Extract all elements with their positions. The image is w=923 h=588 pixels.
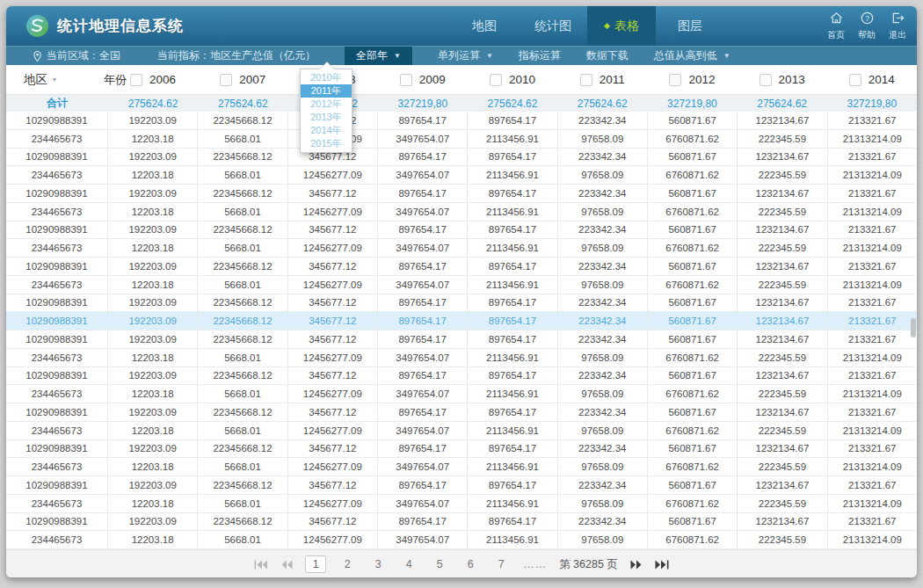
value-cell: 22345668.12: [198, 476, 287, 494]
table-row[interactable]: 23446567312203.185668.0112456277.0934976…: [6, 130, 917, 149]
column-calc-menu[interactable]: 单列运算 ▼: [438, 48, 493, 63]
value-cell: 345677.12: [288, 476, 378, 494]
current-region-label: 当前区域：全国: [47, 48, 120, 63]
table-row[interactable]: 10290988391192203.0922345668.12345677.12…: [6, 221, 917, 240]
value-cell: 5668.01: [198, 203, 287, 221]
prev-page-button[interactable]: [280, 560, 293, 570]
table-row[interactable]: 23446567312203.185668.0112456277.0934976…: [6, 276, 917, 294]
page-button-4[interactable]: 4: [399, 556, 418, 572]
value-cell: 12203.18: [108, 349, 198, 367]
year-option-2012[interactable]: 2012年: [301, 98, 352, 111]
last-page-button[interactable]: [655, 560, 669, 570]
year-checkbox-2009[interactable]: [400, 74, 412, 86]
region-cell: 234465673: [6, 130, 108, 148]
value-cell: 21313214.09: [828, 495, 917, 512]
year-header-label: 2012: [688, 73, 715, 86]
year-option-2010[interactable]: 2010年: [301, 71, 352, 84]
table-row[interactable]: 23446567312203.185668.0112456277.0934976…: [6, 422, 917, 440]
table-row[interactable]: 23446567312203.185668.0112456277.0934976…: [6, 203, 917, 221]
value-cell: 897654.17: [378, 112, 468, 129]
main-nav: 地图统计图◆表格图层: [450, 6, 724, 46]
next-page-button[interactable]: [630, 560, 643, 570]
value-cell: 2113456.91: [468, 239, 557, 257]
table-row[interactable]: 23446567312203.185668.0112456277.0934976…: [6, 166, 917, 185]
table-row[interactable]: 10290988391192203.0922345668.12345677.12…: [6, 330, 917, 349]
page-button-3[interactable]: 3: [368, 556, 388, 572]
tab-表格[interactable]: ◆表格: [587, 6, 656, 46]
table-row[interactable]: 10290988391192203.0922345668.12345677.12…: [6, 403, 917, 422]
year-option-2014[interactable]: 2014年: [301, 124, 352, 137]
year-checkbox-2014[interactable]: [849, 74, 861, 86]
top-bar: 统计地理信息系统 地图统计图◆表格图层 首页?帮助退出: [6, 6, 917, 46]
value-cell: 192203.09: [108, 367, 198, 385]
value-cell: 12456277.09: [288, 166, 378, 184]
quick-action-label: 首页: [827, 29, 845, 41]
table-row[interactable]: 10290988391192203.0922345668.12345677.12…: [6, 112, 917, 130]
app-window: 统计地理信息系统 地图统计图◆表格图层 首页?帮助退出 当前区域：全国 当前指标…: [6, 6, 917, 577]
year-option-2011[interactable]: 2011年: [301, 84, 352, 98]
page-title: 统计地理信息系统: [57, 16, 184, 36]
year-checkbox-2010[interactable]: [490, 74, 502, 86]
table-row[interactable]: 23446567312203.185668.0112456277.0934976…: [6, 239, 917, 258]
sort-order-menu[interactable]: 总值从高到低 ▼: [654, 48, 730, 63]
year-checkbox-2012[interactable]: [669, 74, 681, 86]
value-cell: 6760871.62: [648, 531, 738, 548]
table-row[interactable]: 23446567312203.185668.0112456277.0934976…: [6, 385, 917, 403]
year-option-2013[interactable]: 2013年: [301, 111, 352, 124]
table-row[interactable]: 23446567312203.185668.0112456277.0934976…: [6, 458, 917, 476]
首页-button[interactable]: 首页: [827, 11, 845, 41]
table-row[interactable]: 10290988391192203.0922345668.12345677.12…: [6, 185, 917, 203]
value-cell: 12203.18: [108, 166, 198, 184]
value-cell: 560871.67: [648, 330, 738, 348]
year-checkbox-2013[interactable]: [759, 74, 772, 86]
first-page-button[interactable]: [254, 560, 268, 570]
quick-action-label: 退出: [889, 29, 906, 41]
indicator-calc-menu[interactable]: 指标运算: [519, 48, 561, 63]
tab-统计图[interactable]: 统计图: [519, 6, 587, 46]
scrollbar-thumb[interactable]: [911, 318, 916, 338]
tab-图层[interactable]: 图层: [656, 6, 724, 46]
table-row[interactable]: 10290988391192203.0922345668.12345677.12…: [6, 294, 917, 313]
tab-地图[interactable]: 地图: [450, 6, 519, 46]
year-checkbox-2007[interactable]: [220, 74, 232, 86]
value-cell: 22345668.12: [198, 185, 287, 202]
table-row[interactable]: 23446567312203.185668.0112456277.0934976…: [6, 349, 917, 367]
data-download-menu[interactable]: 数据下载: [586, 48, 629, 63]
year-checkbox-2011[interactable]: [580, 74, 592, 86]
table-row[interactable]: 10290988391192203.0922345668.12345677.12…: [6, 513, 917, 532]
table-row[interactable]: 23446567312203.185668.0112456277.0934976…: [6, 495, 917, 513]
value-cell: 560871.67: [648, 221, 738, 239]
page-button-6[interactable]: 6: [461, 556, 480, 572]
table-row[interactable]: 23446567312203.185668.0112456277.0934976…: [6, 531, 917, 549]
table-row[interactable]: 10290988391192203.0922345668.12345677.12…: [6, 440, 917, 459]
table-row[interactable]: 10290988391192203.0922345668.12345677.12…: [6, 258, 917, 276]
tab-label: 统计图: [534, 18, 571, 34]
帮助-button[interactable]: ?帮助: [858, 11, 876, 41]
value-cell: 1232134.67: [738, 112, 827, 129]
value-cell: 192203.09: [108, 476, 198, 494]
table-row[interactable]: 10290988391192203.0922345668.12345677.12…: [6, 149, 917, 167]
page-button-2[interactable]: 2: [338, 556, 357, 572]
year-filter-button[interactable]: 全部年 ▼: [345, 47, 412, 66]
year-column-header-2009: 2009: [378, 73, 468, 86]
value-cell: 345677.12: [288, 367, 378, 385]
table-row-selected[interactable]: 10290988391192203.0922345668.12345677.12…: [6, 312, 917, 330]
page-button-7[interactable]: 7: [491, 556, 511, 572]
page-button-5[interactable]: 5: [430, 556, 449, 572]
value-cell: 6760871.62: [648, 495, 738, 512]
region-cell: 10290988391: [6, 367, 108, 385]
table-row[interactable]: 10290988391192203.0922345668.12345677.12…: [6, 476, 917, 495]
total-value-cell: 327219,80: [647, 98, 737, 110]
value-cell: 3497654.07: [378, 531, 468, 548]
value-cell: 897654.17: [378, 476, 468, 494]
page-button-1[interactable]: 1: [305, 555, 326, 573]
value-cell: 897654.17: [378, 330, 468, 348]
total-value-cell: 275624.62: [738, 98, 827, 110]
table-row[interactable]: 10290988391192203.0922345668.12345677.12…: [6, 367, 917, 386]
year-checkbox-2006[interactable]: [130, 74, 142, 86]
value-cell: 3497654.07: [378, 349, 468, 367]
region-column-header[interactable]: 地区 ▾: [6, 72, 108, 88]
year-option-2015[interactable]: 2015年: [301, 137, 352, 150]
region-cell: 234465673: [6, 349, 108, 367]
退出-button[interactable]: 退出: [889, 11, 906, 41]
